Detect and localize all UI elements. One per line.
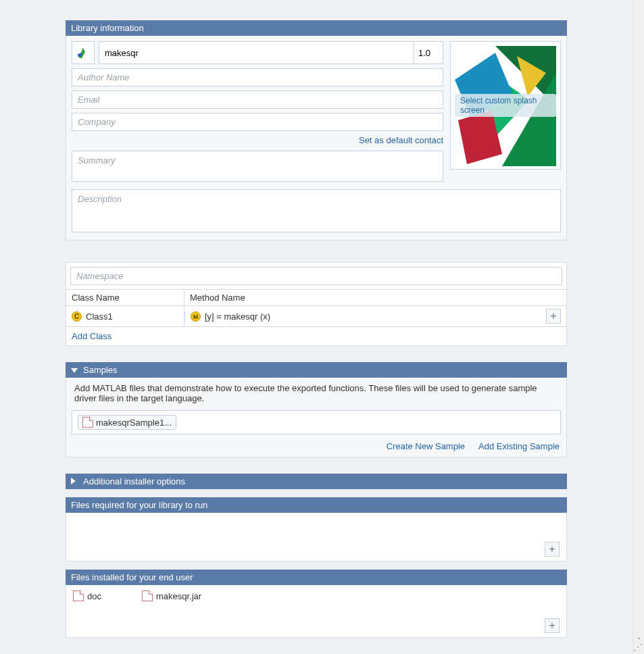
installed-file-name: doc [87, 591, 101, 601]
class-row: C Class1 M [y] = makesqr (x) + [66, 306, 566, 327]
library-information-panel: Library information [66, 20, 567, 241]
scroll-down-button[interactable]: ⌄ [633, 631, 644, 643]
installed-file-item[interactable]: makesqr.jar [142, 590, 201, 601]
class-table-header: Class Name Method Name [66, 289, 566, 306]
additional-installer-options-panel: Additional installer options [66, 474, 567, 489]
classes-panel: Class Name Method Name C Class1 M [y] = … [66, 262, 567, 346]
class-name-column-header: Class Name [66, 290, 184, 305]
samples-header[interactable]: Samples [66, 362, 567, 378]
library-version-input[interactable] [414, 41, 443, 64]
additional-installer-options-header[interactable]: Additional installer options [66, 474, 567, 489]
author-name-input[interactable] [72, 68, 443, 86]
svg-text:M: M [193, 313, 199, 320]
file-icon [73, 590, 84, 601]
installed-file-item[interactable]: doc [73, 590, 101, 601]
description-textarea[interactable] [72, 189, 561, 232]
splash-label: Select custom splash screen [455, 94, 556, 117]
resize-grip[interactable]: ⋰ [633, 643, 644, 654]
class-name-cell[interactable]: Class1 [86, 311, 113, 322]
installed-file-name: makesqr.jar [156, 591, 201, 601]
samples-panel: Samples Add MATLAB files that demonstrat… [66, 362, 567, 457]
additional-installer-options-title: Additional installer options [83, 476, 185, 486]
files-installed-header: Files installed for your end user [66, 570, 567, 585]
files-required-header: Files required for your library to run [66, 497, 567, 513]
email-input[interactable] [72, 91, 443, 109]
vertical-scrollbar[interactable]: ⌄ [633, 0, 644, 654]
samples-description: Add MATLAB files that demonstrate how to… [72, 383, 561, 410]
files-installed-title: Files installed for your end user [71, 572, 193, 582]
set-default-contact-link[interactable]: Set as default contact [359, 135, 443, 145]
disclosure-right-icon [71, 476, 79, 486]
svg-text:C: C [74, 313, 79, 320]
add-class-link[interactable]: Add Class [72, 331, 112, 341]
panel-title: Library information [71, 23, 144, 33]
files-required-title: Files required for your library to run [71, 500, 207, 510]
add-existing-sample-link[interactable]: Add Existing Sample [478, 441, 560, 451]
svg-marker-0 [79, 48, 85, 59]
add-installed-file-button[interactable]: + [545, 618, 560, 633]
add-required-file-button[interactable]: + [545, 542, 560, 557]
sample-files-box: makesqrSample1... [72, 410, 561, 434]
sample-file-item[interactable]: makesqrSample1... [78, 415, 176, 430]
file-icon [142, 590, 153, 601]
disclosure-down-icon [71, 365, 79, 375]
namespace-input[interactable] [70, 267, 562, 285]
create-new-sample-link[interactable]: Create New Sample [387, 441, 465, 451]
method-name-column-header: Method Name [184, 290, 566, 305]
method-cell[interactable]: [y] = makesqr (x) [205, 311, 270, 322]
splash-screen-picker[interactable]: Select custom splash screen [450, 41, 561, 170]
class-icon: C [72, 311, 82, 322]
files-installed-panel: Files installed for your end user doc ma… [66, 570, 567, 638]
samples-title: Samples [83, 365, 118, 375]
library-name-input[interactable] [99, 41, 414, 64]
mfile-icon [82, 417, 93, 428]
method-icon: M [191, 311, 201, 322]
files-required-panel: Files required for your library to run + [66, 497, 567, 561]
summary-textarea[interactable] [72, 151, 443, 182]
app-icon[interactable] [72, 41, 95, 64]
add-method-button[interactable]: + [546, 309, 561, 324]
library-information-header: Library information [66, 20, 567, 36]
sample-file-name: makesqrSample1... [96, 418, 172, 428]
company-input[interactable] [72, 113, 443, 131]
